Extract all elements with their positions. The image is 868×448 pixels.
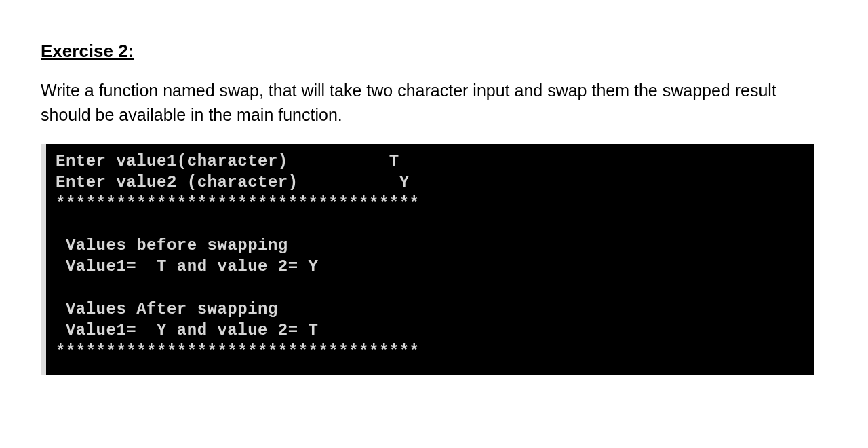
exercise-heading: Exercise 2: [41,41,827,62]
terminal-separator: ************************************ [56,194,419,212]
terminal-separator: ************************************ [56,342,419,360]
terminal-blank [56,279,66,297]
terminal-line: Enter value1(character) T [56,152,399,170]
document-page: Exercise 2: Write a function named swap,… [0,0,868,403]
terminal-line: Values After swapping [56,300,278,318]
terminal-output: Enter value1(character) T Enter value2 (… [41,144,814,376]
terminal-blank [56,215,66,234]
terminal-line: Values before swapping [56,236,288,255]
exercise-paragraph: Write a function named swap, that will t… [41,78,827,128]
terminal-line: Value1= T and value 2= Y [56,257,318,276]
terminal-line: Value1= Y and value 2= T [56,321,318,339]
terminal-line: Enter value2 (character) Y [56,173,410,191]
